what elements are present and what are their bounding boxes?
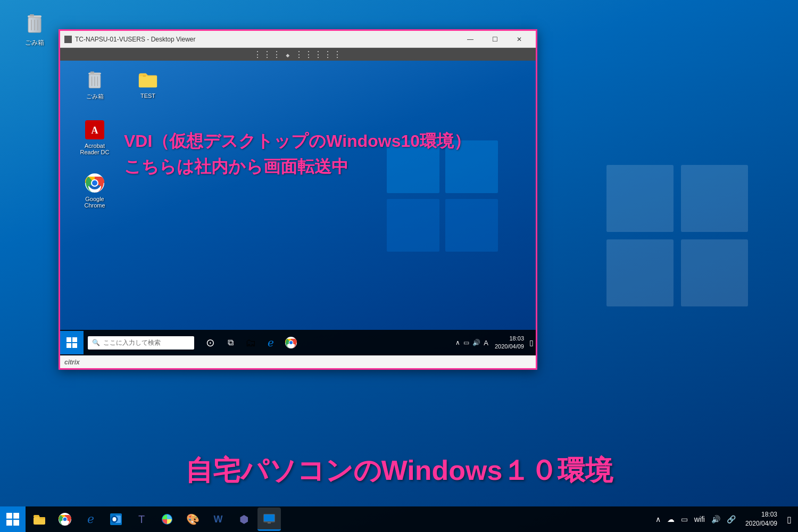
- outer-cloud-icon[interactable]: ☁: [665, 514, 677, 525]
- vdi-clock-date: 2020/04/09: [495, 343, 524, 351]
- taskbar-pinwheel[interactable]: [155, 508, 179, 531]
- outer-clock-time: 18:03: [745, 510, 777, 519]
- citrix-window: TC-NAPSU-01-VUSERS - Desktop Viewer — ☐ …: [59, 29, 537, 370]
- vdi-sys-icons: ∧ ▭ 🔊 A: [454, 338, 489, 348]
- svg-rect-4: [28, 15, 41, 18]
- acrobat-logo: A: [85, 120, 104, 139]
- outer-recycle-bin-icon[interactable]: ごみ箱: [16, 11, 53, 47]
- taskbar-desktop-viewer[interactable]: [257, 508, 281, 531]
- taskbar-paint[interactable]: 🎨: [181, 508, 204, 531]
- win-logo-watermark: [606, 106, 755, 372]
- vdi-folder-icon[interactable]: 🗂: [241, 333, 260, 352]
- window-title: TC-NAPSU-01-VUSERS - Desktop Viewer: [75, 36, 458, 43]
- outer-sys-icons: ∧ ☁ ▭ wifi 🔊 🔗: [653, 514, 738, 525]
- taskbar-teams[interactable]: T: [130, 508, 153, 531]
- svg-rect-0: [606, 165, 674, 232]
- bottom-label: 自宅パソコンのWindows１０環境: [0, 452, 798, 489]
- svg-rect-30: [72, 343, 77, 348]
- citrix-brand-label: citrix: [64, 359, 80, 366]
- minimize-button[interactable]: —: [458, 31, 483, 47]
- vdi-taskbar-icons: ⊙ ⧉ 🗂 ℯ: [201, 333, 301, 352]
- svg-rect-13: [445, 199, 498, 252]
- vdi-chrome-icon[interactable]: Google Chrome: [76, 172, 113, 209]
- svg-point-45: [113, 517, 117, 521]
- vdi-clock-time: 18:03: [495, 335, 524, 343]
- vdi-chrome-image: [84, 172, 105, 194]
- svg-rect-29: [66, 343, 71, 348]
- svg-rect-48: [264, 514, 275, 521]
- maximize-button[interactable]: ☐: [483, 31, 507, 47]
- outer-taskbar-pinned-icons: ℯ T 🎨 W ⬢: [26, 508, 283, 531]
- taskbar-unknown[interactable]: ⬢: [232, 508, 255, 531]
- svg-rect-37: [13, 520, 19, 526]
- vdi-acrobat-icon[interactable]: A Acrobat Reader DC: [76, 119, 113, 155]
- outer-chevron-icon[interactable]: ∧: [653, 514, 663, 525]
- vdi-monitor-icon[interactable]: ▭: [462, 338, 470, 347]
- vdi-search-bar[interactable]: 🔍 ここに入力して検索: [88, 336, 194, 350]
- vdi-recycle-bin-icon[interactable]: ごみ箱: [76, 69, 113, 101]
- vdi-chrome-taskbar-icon[interactable]: [281, 333, 301, 352]
- vdi-chrome-label: Google Chrome: [76, 196, 113, 209]
- taskbar-file-explorer[interactable]: [28, 508, 51, 531]
- vdi-lang-icon[interactable]: A: [483, 338, 489, 348]
- vdi-search-text: ここに入力して検索: [103, 338, 161, 347]
- vdi-annotation: VDI（仮想デスクトップのWindows10環境） こちらは社内から画面転送中: [124, 130, 471, 179]
- svg-rect-36: [6, 520, 12, 526]
- outer-notification-icon[interactable]: ▯: [785, 513, 794, 526]
- vdi-volume-icon[interactable]: 🔊: [471, 338, 481, 347]
- window-controls: — ☐ ✕: [458, 31, 531, 47]
- window-icon: [64, 36, 72, 43]
- outer-taskbar-right: ∧ ☁ ▭ wifi 🔊 🔗 18:03 2020/04/09 ▯: [653, 510, 798, 528]
- svg-rect-49: [268, 522, 271, 523]
- vdi-cortana-icon[interactable]: ⊙: [201, 333, 220, 352]
- outer-clock-date: 2020/04/09: [745, 519, 777, 528]
- citrix-titlebar: TC-NAPSU-01-VUSERS - Desktop Viewer — ☐ …: [60, 31, 536, 48]
- svg-point-26: [92, 180, 97, 186]
- svg-point-33: [289, 341, 293, 344]
- svg-rect-28: [72, 337, 77, 342]
- vdi-search-icon: 🔍: [92, 339, 100, 346]
- vdi-test-folder-image: [137, 69, 159, 90]
- svg-text:A: A: [92, 125, 98, 136]
- vdi-notification-icon[interactable]: ▯: [529, 338, 534, 347]
- taskbar-chrome[interactable]: [53, 508, 77, 531]
- taskbar-outlook[interactable]: [104, 508, 128, 531]
- taskbar-word[interactable]: W: [206, 508, 230, 531]
- outer-clock[interactable]: 18:03 2020/04/09: [741, 510, 782, 528]
- svg-rect-3: [681, 239, 748, 306]
- vdi-chevron-up-icon[interactable]: ∧: [454, 338, 461, 347]
- taskbar-ie[interactable]: ℯ: [79, 508, 102, 531]
- svg-point-41: [63, 518, 67, 521]
- svg-rect-2: [606, 239, 674, 306]
- svg-rect-14: [88, 72, 101, 74]
- svg-rect-12: [387, 199, 439, 252]
- vdi-clock[interactable]: 18:03 2020/04/09: [492, 335, 527, 351]
- vdi-annotation-line2: こちらは社内から画面転送中: [124, 155, 471, 179]
- svg-rect-27: [66, 337, 71, 342]
- outer-taskbar: ℯ T 🎨 W ⬢: [0, 506, 798, 532]
- start-button[interactable]: [0, 506, 26, 532]
- vdi-recycle-bin-label: ごみ箱: [86, 93, 104, 101]
- outer-wifi-icon[interactable]: wifi: [692, 514, 707, 525]
- vdi-acrobat-label: Acrobat Reader DC: [76, 143, 113, 155]
- svg-rect-34: [6, 513, 12, 519]
- svg-rect-20: [143, 75, 146, 77]
- close-button[interactable]: ✕: [507, 31, 531, 47]
- outer-volume-icon[interactable]: 🔊: [709, 514, 722, 525]
- vdi-start-button[interactable]: [60, 331, 84, 354]
- recycle-bin-image: [22, 11, 47, 36]
- vdi-test-folder-label: TEST: [140, 93, 155, 99]
- svg-rect-5: [30, 14, 34, 16]
- svg-rect-1: [681, 165, 748, 232]
- outer-desktop: ごみ箱 自宅パソコンのWindows１０環境 TC-NAPSU-01-VUSER…: [0, 0, 798, 532]
- outer-monitor-icon[interactable]: ▭: [679, 514, 690, 525]
- vdi-taskview-icon[interactable]: ⧉: [221, 333, 240, 352]
- vdi-test-folder-icon[interactable]: TEST: [129, 69, 167, 99]
- vdi-taskbar-right: ∧ ▭ 🔊 A 18:03 2020/04/09 ▯: [454, 335, 536, 351]
- vdi-annotation-line1: VDI（仮想デスクトップのWindows10環境）: [124, 130, 471, 153]
- vdi-desktop: ごみ箱 TEST: [60, 61, 536, 355]
- vdi-ie-icon[interactable]: ℯ: [261, 333, 280, 352]
- vdi-recycle-bin-image: [84, 69, 105, 90]
- outer-link-icon[interactable]: 🔗: [725, 514, 738, 525]
- toolbar-dots: ⋮⋮⋮ ⬥ ⋮⋮⋮⋮⋮: [253, 49, 343, 60]
